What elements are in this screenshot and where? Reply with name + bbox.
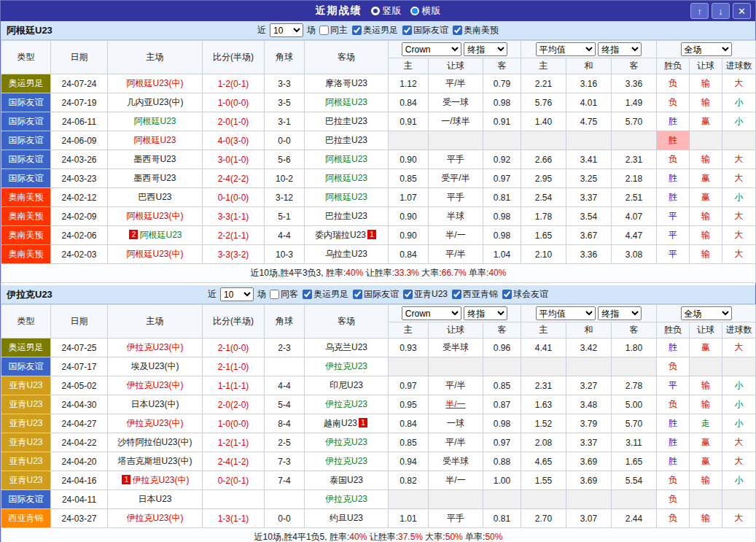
result-winloss-cell: 平 (657, 376, 690, 395)
home-team-cell: 伊拉克U23(中) (108, 414, 203, 433)
avg-home-cell: 2.95 (521, 169, 566, 188)
odds-handicap-cell: 半/一 (429, 395, 483, 414)
fulltime-select[interactable]: 全场 (681, 306, 732, 320)
average-select[interactable]: 平均值 (536, 42, 596, 56)
odds-stage-select[interactable]: 终指 (464, 306, 507, 320)
filter-option[interactable]: 同主 (319, 24, 348, 36)
corner-cell: 4-4 (265, 226, 305, 245)
odds-stage-select[interactable]: 终指 (464, 42, 507, 56)
close-button[interactable]: ✕ (733, 3, 751, 19)
filter-option[interactable]: 奥南美预 (453, 24, 499, 36)
avg-draw-cell: 3.67 (566, 226, 612, 245)
avg-away-cell: 2.18 (612, 169, 657, 188)
match-row: 奥运男足24-07-24阿根廷U23(中)1-2(0-1)3-3摩洛哥U231.… (1, 74, 756, 93)
competition-type-cell: 国际友谊 (1, 112, 51, 131)
result-winloss-cell: 负 (657, 395, 690, 414)
match-row: 亚青U2324-05-02伊拉克U23(中)1-1(1-1)4-4印尼U230.… (1, 376, 756, 395)
corner-cell: 4-4 (265, 376, 305, 395)
filter-checkbox[interactable] (402, 26, 412, 35)
section-summary: 近10场,胜4平1负5, 胜率:40% 让胜率:37.5% 大率:50% 单率:… (1, 528, 756, 542)
filter-bar: 近 10 场 同主奥运男足国际友谊奥南美预 (257, 23, 499, 37)
avg-home-cell: 2.10 (521, 245, 566, 264)
odds-home-cell: 0.95 (389, 395, 429, 414)
team-name-text: 伊拉克U23(中) (132, 475, 189, 485)
match-row: 国际友谊24-03-26墨西哥U233-0(1-0)5-6阿根廷U230.90平… (1, 150, 756, 169)
layout-radio-horizontal[interactable]: 横版 (410, 4, 441, 18)
away-team-cell: 约旦U23 (305, 509, 389, 528)
corner-cell: 7-3 (265, 452, 305, 471)
team-name-text: 伊拉克U23(中) (126, 418, 183, 428)
odds-handicap-cell: 半球 (429, 207, 483, 226)
filter-option[interactable]: 同客 (270, 288, 298, 301)
filter-checkbox[interactable] (303, 290, 312, 299)
layout-radio-vertical[interactable]: 竖版 (371, 4, 402, 18)
competition-type-cell: 亚青U23 (1, 471, 51, 490)
bookmaker-select[interactable]: Crown (402, 306, 461, 320)
summary-stat-value: 40% (349, 532, 367, 542)
away-team-cell: 阿根廷U23 (305, 188, 389, 207)
odds-home-cell: 0.85 (389, 433, 429, 452)
filter-checkbox[interactable] (502, 290, 512, 299)
average-select[interactable]: 平均值 (536, 306, 596, 320)
avg-stage-select[interactable]: 终指 (598, 42, 642, 56)
odds-away-cell: 0.98 (483, 93, 521, 112)
home-team-cell: 阿根廷U23(中) (108, 74, 203, 93)
filter-option[interactable]: 奥运男足 (303, 288, 348, 301)
bookmaker-select[interactable]: Crown (402, 42, 461, 56)
team-name-text: 伊拉克U23 (325, 399, 367, 409)
summary-stat-label: 胜率: (326, 268, 346, 278)
date-cell: 24-02-09 (51, 207, 108, 226)
avg-draw-cell: 3.69 (566, 452, 612, 471)
recent-count-select[interactable]: 10 (270, 23, 303, 37)
team-name-text: 几内亚U23(中) (126, 97, 183, 107)
team-name-text: 日本U23(中) (130, 399, 179, 409)
filter-checkbox[interactable] (452, 290, 461, 299)
fulltime-select[interactable]: 全场 (681, 42, 732, 56)
result-handicap-cell: 输 (690, 395, 722, 414)
avg-stage-select[interactable]: 终指 (598, 306, 642, 320)
home-team-cell: 阿根廷U23 (108, 131, 203, 150)
recent-count-select[interactable]: 10 (220, 287, 254, 301)
filter-checkbox[interactable] (353, 290, 362, 299)
move-down-button[interactable]: ↓ (712, 3, 730, 19)
filter-option[interactable]: 球会友谊 (502, 288, 548, 301)
filter-checkbox[interactable] (270, 290, 279, 299)
filter-checkbox[interactable] (403, 290, 413, 299)
date-cell: 24-04-22 (51, 433, 108, 452)
filter-checkbox[interactable] (319, 26, 329, 35)
red-card-badge: 1 (367, 230, 376, 239)
team-name-text: 巴拉圭U23 (325, 135, 367, 145)
filter-option[interactable]: 国际友谊 (353, 288, 399, 301)
filter-checkbox[interactable] (352, 26, 362, 35)
team-section: 阿根廷U23 近 10 场 同主奥运男足国际友谊奥南美预 类型 日期 主场 (1, 21, 755, 283)
result-winloss-cell: 负 (657, 357, 690, 376)
result-goals-cell: 大 (722, 338, 756, 357)
filter-option[interactable]: 亚青U23 (403, 288, 448, 301)
col-header-date: 日期 (51, 305, 108, 338)
corner-cell: 2-3 (265, 338, 305, 357)
filter-option[interactable]: 奥运男足 (352, 24, 398, 36)
match-row: 亚青U2324-04-27伊拉克U23(中)1-0(0-0)8-4越南U2310… (1, 414, 756, 433)
date-cell: 24-06-09 (51, 131, 108, 150)
filter-option[interactable]: 国际友谊 (402, 24, 448, 36)
table-body: 奥运男足24-07-24阿根廷U23(中)1-2(0-1)3-3摩洛哥U231.… (1, 74, 756, 264)
filter-checkbox[interactable] (453, 26, 462, 35)
competition-type-cell: 奥南美预 (1, 188, 51, 207)
move-up-button[interactable]: ↑ (690, 3, 709, 19)
filter-option[interactable]: 西亚青锦 (452, 288, 498, 301)
odds-handicap-cell (429, 490, 483, 509)
avg-draw-cell: 3.48 (566, 395, 612, 414)
competition-type-cell: 国际友谊 (1, 490, 51, 509)
result-goals-cell: 小 (722, 112, 756, 131)
date-cell: 24-05-02 (51, 376, 108, 395)
result-goals-cell (722, 490, 756, 509)
col-header-date: 日期 (51, 41, 108, 74)
home-team-cell: 塔吉克斯坦U23(中) (108, 452, 203, 471)
match-row: 国际友谊24-06-11阿根廷U232-0(1-0)3-1巴拉圭U230.91一… (1, 112, 756, 131)
odds-handicap-cell: 半/一 (429, 471, 483, 490)
team-name-text: 伊拉克U23 (325, 456, 367, 466)
date-cell: 24-04-30 (51, 395, 108, 414)
result-winloss-cell: 胜 (657, 414, 690, 433)
team-name-text: 伊拉克U23 (325, 361, 367, 371)
recent-label: 近 (257, 24, 266, 36)
